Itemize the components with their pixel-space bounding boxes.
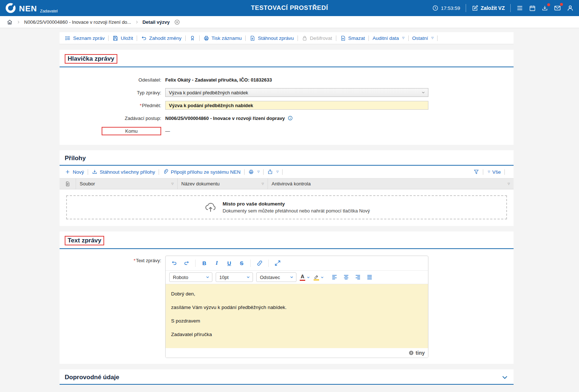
attach-from-nen-button[interactable]: Připojit přílohu ze systému NEN [163,169,241,175]
strikethrough-button[interactable]: S [236,258,247,268]
download-icon [92,169,98,175]
print-attachments-menu[interactable]: ▽ [248,169,260,175]
signature-button[interactable] [189,35,196,41]
caret-down-icon: ▽ [276,170,279,173]
align-right-button[interactable] [352,272,363,282]
divider [263,169,264,175]
clock: 17:53:59 [432,5,460,11]
attachments-title-row: Přílohy [60,150,514,166]
font-size-select[interactable]: 10pt [216,272,253,282]
main-menu-button[interactable] [516,4,523,12]
attachments-dropzone[interactable]: Místo pro vaše dokumenty Dokumenty sem m… [66,195,507,219]
filter-caret-icon[interactable]: ▽ [508,182,510,185]
subject-row: * Předmět: [60,101,514,110]
message-type-select[interactable]: Výzva k podání předběžných nabídek [165,88,428,97]
downloads-button[interactable] [541,5,548,12]
calendar-icon [529,5,536,12]
decrypt-label: Dešifrovat [310,35,332,41]
chevron-down-icon [421,90,425,95]
message-text-title-row: Text zprávy [60,231,514,249]
font-family-value: Roboto [173,275,188,280]
block-format-select[interactable]: Odstavec [256,272,296,282]
clock-icon [432,5,439,11]
messages-button[interactable] [554,4,561,12]
redo-button[interactable] [181,258,192,268]
underline-button[interactable]: U [224,258,235,268]
save-button[interactable]: Uložit [112,35,133,41]
divider [108,35,109,41]
download-all-label: Stáhnout všechny přílohy [100,169,155,175]
decrypt-button: Dešifrovat [302,35,332,41]
message-type-label: Typ zprávy: [60,90,165,95]
nen-logo[interactable]: NEN Zadavatel [5,3,58,14]
chevron-right-icon [16,20,20,24]
divider [250,260,251,267]
accompanying-title-row[interactable]: Doprovodné údaje [60,369,514,385]
info-icon[interactable] [287,115,293,121]
user-icon [567,4,574,12]
editor-content-area[interactable]: Dobrý den, zasíláme Vám výzvu k podání p… [166,284,428,348]
footer-actions: Odeslat Podepsat a odeslat [60,385,514,392]
save-label: Uložit [121,35,133,41]
column-docname-header[interactable]: Název dokumentu ▽ [177,178,268,189]
new-attachment-button[interactable]: Nový [65,169,84,175]
link-button[interactable] [254,258,265,268]
funnel-icon [473,169,479,175]
document-delete-icon [340,35,346,41]
tinymce-logo[interactable]: tiny [408,350,425,356]
chevron-down-icon[interactable] [501,374,508,381]
chevron-down-icon [290,275,294,279]
highlight-color-button[interactable] [314,274,324,280]
message-list-button[interactable]: Seznam zpráv [65,35,105,41]
save-icon [112,35,118,41]
other-menu[interactable]: Ostatní ▽ [412,35,434,41]
home-button[interactable] [7,19,13,25]
undo-icon [141,35,147,41]
text-color-button[interactable]: A [300,274,310,281]
attach-from-nen-label: Připojit přílohu ze systému NEN [171,169,241,175]
richtext-editor: B I U S Roboto [165,256,428,358]
download-message-button[interactable]: Stáhnout zprávu [249,35,294,41]
align-left-button[interactable] [329,272,340,282]
column-file-header[interactable]: Soubor ▽ [76,178,177,189]
calendar-button[interactable] [529,5,536,12]
editor-toolbar-row1: B I U S [166,256,428,270]
export-attachments-menu[interactable]: ▽ [267,169,279,175]
filter-caret-icon[interactable]: ▽ [262,182,264,185]
block-format-value: Odstavec [260,275,280,280]
fullscreen-button[interactable] [272,258,283,268]
notification-dot [560,3,563,6]
subject-input[interactable] [165,101,428,110]
filter-all-menu[interactable]: ▽ Vše [487,169,501,175]
align-center-button[interactable] [341,272,352,282]
message-type-row: Typ zprávy: Výzva k podání předběžných n… [60,88,514,97]
undo-button[interactable] [169,258,179,268]
close-tab-icon[interactable] [174,19,180,25]
italic-button[interactable]: I [211,258,222,268]
dropzone-title: Místo pro vaše dokumenty [223,201,370,207]
delete-button[interactable]: Smazat [340,35,365,41]
create-vz-button[interactable]: Založit VZ [472,5,505,12]
user-profile-button[interactable] [567,4,574,12]
alignment-buttons [329,272,375,282]
divider [368,35,369,41]
font-family-select[interactable]: Roboto [169,272,212,282]
text-color-icon: A [300,274,305,281]
highlighter-icon [314,274,319,280]
new-attachment-label: Nový [73,169,84,175]
filter-button[interactable] [473,169,479,175]
breadcrumb-procedure[interactable]: N006/25/V00004860 - Inovace v rozvoji ří… [24,19,131,25]
align-justify-button[interactable] [364,272,375,282]
bold-button[interactable]: B [199,258,210,268]
filter-caret-icon[interactable]: ▽ [171,182,174,185]
recipient-row: Komu — [60,126,514,136]
column-antivirus-header[interactable]: Antivirová kontrola ▽ [268,178,514,189]
discard-changes-button[interactable]: Zahodit změny [141,35,182,41]
document-icon [65,181,71,187]
audit-data-menu[interactable]: Auditní data ▽ [372,35,404,41]
message-list-label: Seznam zpráv [73,35,105,41]
print-record-button[interactable]: Tisk záznamu [203,35,242,41]
download-all-attachments-button[interactable]: Stáhnout všechny přílohy [92,169,155,175]
caret-down-icon: ▽ [431,36,434,39]
compose-icon [472,5,478,12]
